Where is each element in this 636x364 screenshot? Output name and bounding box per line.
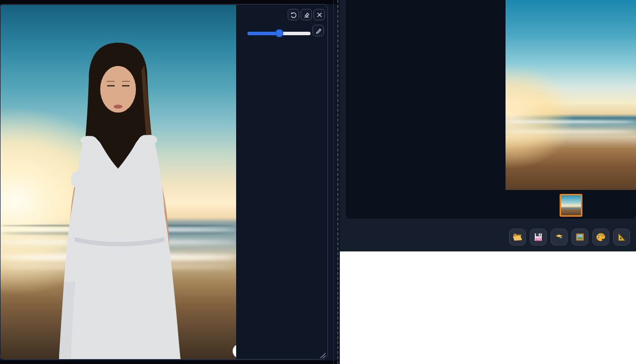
save-button[interactable] xyxy=(530,229,547,245)
shore-foam xyxy=(506,130,636,133)
image-editor-panel xyxy=(0,4,328,360)
brush-size-slider-handle[interactable] xyxy=(275,29,283,37)
eraser-icon xyxy=(303,11,310,18)
framed-picture-icon xyxy=(574,232,585,243)
triangular-ruler-button[interactable] xyxy=(613,229,630,245)
open-folder-button[interactable] xyxy=(509,229,526,245)
inpaint-canvas[interactable] xyxy=(0,5,236,359)
floppy-disk-icon xyxy=(533,232,544,243)
brush-icon xyxy=(315,27,322,34)
card-file-box-icon xyxy=(554,232,565,243)
masked-figure xyxy=(0,5,236,359)
mask-editor-app xyxy=(0,0,339,364)
gallery-container xyxy=(340,0,636,251)
undo-button[interactable] xyxy=(288,9,299,20)
panel-resize-handle[interactable] xyxy=(319,351,326,358)
palette-button[interactable] xyxy=(592,229,609,245)
gallery-thumbnail-selected[interactable] xyxy=(560,194,582,217)
resize-grip-icon xyxy=(319,352,326,359)
app-edge-line xyxy=(333,0,334,364)
sea-foam xyxy=(506,121,636,123)
card-file-box-button[interactable] xyxy=(551,229,568,245)
brush-options-button[interactable] xyxy=(313,25,324,36)
artist-palette-icon xyxy=(595,232,606,243)
erase-mask-button[interactable] xyxy=(301,9,312,20)
generated-image-preview[interactable] xyxy=(506,0,636,190)
brush-size-slider-fill xyxy=(248,32,279,35)
brush-size-slider[interactable] xyxy=(248,32,311,35)
undo-icon xyxy=(290,11,297,18)
gallery-viewer-panel xyxy=(346,0,636,219)
split-pane-divider[interactable] xyxy=(337,0,338,364)
close-icon xyxy=(317,12,322,18)
screen xyxy=(0,0,636,364)
open-file-folder-icon xyxy=(512,232,523,243)
gallery-app xyxy=(340,0,636,364)
triangular-ruler-icon xyxy=(616,232,627,243)
gallery-action-toolbar xyxy=(509,229,630,245)
close-editor-button[interactable] xyxy=(314,9,325,20)
framed-picture-button[interactable] xyxy=(572,229,588,245)
